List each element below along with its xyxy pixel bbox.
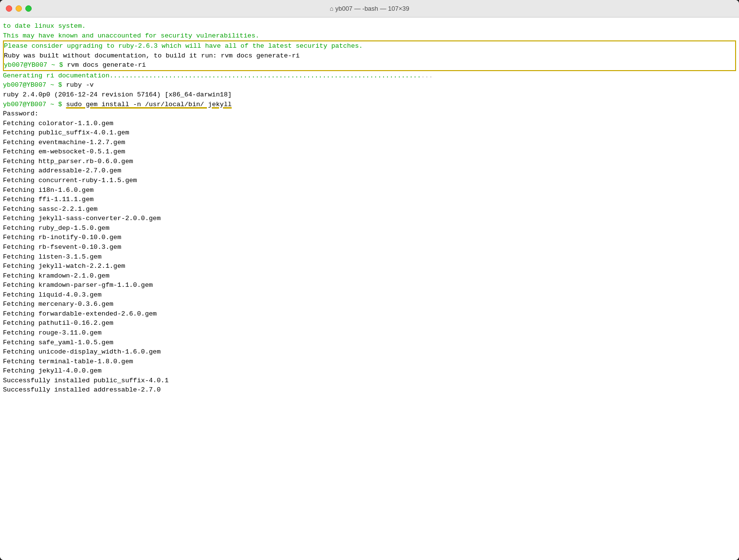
terminal-line: Fetching em-websocket-0.5.1.gem	[3, 147, 736, 157]
terminal-line: Password:	[3, 109, 736, 119]
terminal-line: This may have known and unaccounted for …	[3, 31, 736, 41]
terminal-line: Fetching kramdown-2.1.0.gem	[3, 271, 736, 281]
terminal-line: Fetching unicode-display_width-1.6.0.gem	[3, 347, 736, 357]
terminal-line: ruby 2.4.0p0 (2016-12-24 revision 57164)…	[3, 90, 736, 100]
terminal-line: Fetching jekyll-sass-converter-2.0.0.gem	[3, 214, 736, 224]
terminal-line: Ruby was built without documentation, to…	[4, 51, 735, 61]
terminal-line: Fetching colorator-1.1.0.gem	[3, 119, 736, 129]
terminal-line: Successfully installed addressable-2.7.0	[3, 385, 736, 395]
minimize-button[interactable]	[16, 5, 22, 12]
terminal-line: Fetching concurrent-ruby-1.1.5.gem	[3, 176, 736, 186]
terminal-line: Fetching jekyll-watch-2.2.1.gem	[3, 261, 736, 271]
terminal-line: Fetching pathutil-0.16.2.gem	[3, 318, 736, 328]
terminal-line: yb007@YB007 ~ $ sudo gem install -n /usr…	[3, 100, 736, 110]
terminal-line: Fetching public_suffix-4.0.1.gem	[3, 128, 736, 138]
terminal-line: Fetching terminal-table-1.8.0.gem	[3, 357, 736, 367]
window-title: ⌂ yb007 — -bash — 107×39	[330, 5, 409, 12]
terminal-line: Fetching safe_yaml-1.0.5.gem	[3, 338, 736, 348]
terminal-line: Fetching liquid-4.0.3.gem	[3, 290, 736, 300]
titlebar: ⌂ yb007 — -bash — 107×39	[0, 0, 739, 18]
terminal-line: Fetching addressable-2.7.0.gem	[3, 166, 736, 176]
highlighted-box: Please consider upgrading to ruby-2.6.3 …	[3, 40, 736, 71]
terminal-line: yb007@YB007 ~ $ rvm docs generate-ri	[4, 60, 735, 70]
terminal-line: Successfully installed public_suffix-4.0…	[3, 376, 736, 386]
terminal-line: Fetching rb-inotify-0.10.0.gem	[3, 233, 736, 243]
close-button[interactable]	[6, 5, 12, 12]
terminal-line: Fetching rb-fsevent-0.10.3.gem	[3, 243, 736, 252]
terminal-line: Fetching eventmachine-1.2.7.gem	[3, 138, 736, 148]
terminal-line: Fetching ruby_dep-1.5.0.gem	[3, 224, 736, 233]
maximize-button[interactable]	[25, 5, 32, 12]
terminal-line: to date linux system.	[3, 21, 736, 31]
terminal-line: Fetching sassc-2.2.1.gem	[3, 205, 736, 214]
terminal-line: Generating ri documentation.............…	[3, 71, 736, 81]
terminal-window: ⌂ yb007 — -bash — 107×39 to date linux s…	[0, 0, 739, 560]
terminal-line: Fetching mercenary-0.3.6.gem	[3, 299, 736, 309]
terminal-line: Fetching listen-3.1.5.gem	[3, 252, 736, 262]
terminal-line: Please consider upgrading to ruby-2.6.3 …	[4, 41, 735, 51]
terminal-line: Fetching kramdown-parser-gfm-1.1.0.gem	[3, 280, 736, 290]
traffic-lights[interactable]	[6, 5, 32, 12]
terminal-line: Fetching jekyll-4.0.0.gem	[3, 366, 736, 376]
terminal-line: Fetching i18n-1.6.0.gem	[3, 186, 736, 195]
terminal-line: Fetching ffi-1.11.1.gem	[3, 195, 736, 205]
terminal-line: Fetching http_parser.rb-0.6.0.gem	[3, 157, 736, 167]
terminal-body[interactable]: to date linux system. This may have know…	[0, 18, 739, 560]
terminal-line: Fetching rouge-3.11.0.gem	[3, 328, 736, 338]
terminal-line: Fetching forwardable-extended-2.6.0.gem	[3, 309, 736, 319]
terminal-line: yb007@YB007 ~ $ ruby -v	[3, 80, 736, 90]
